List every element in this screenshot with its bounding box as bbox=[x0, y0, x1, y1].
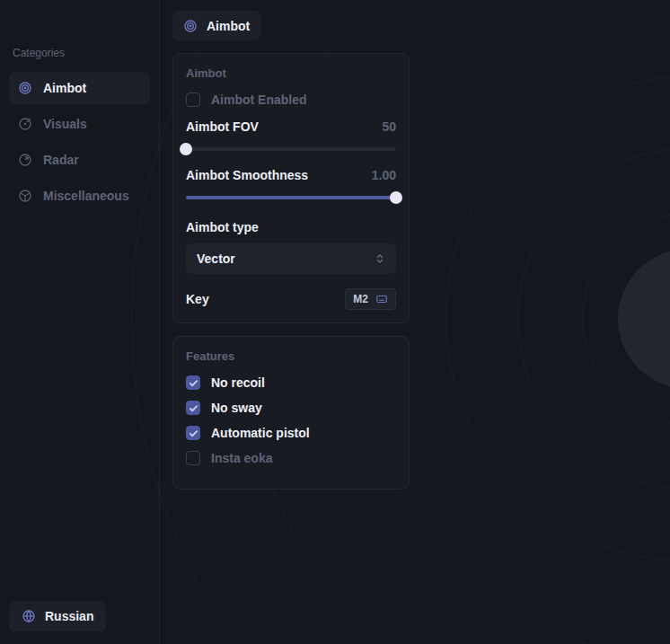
eye-icon bbox=[18, 117, 32, 131]
panel-title: Aimbot bbox=[186, 66, 396, 80]
key-label: Key bbox=[186, 292, 209, 306]
slider-track bbox=[186, 147, 396, 151]
aimbot-type-select[interactable]: Vector bbox=[186, 243, 396, 274]
key-binding-badge[interactable]: M2 bbox=[345, 288, 396, 310]
checkbox-icon bbox=[186, 451, 200, 465]
slider-fill bbox=[186, 196, 396, 199]
feature-checkbox-insta-eoka[interactable]: Insta eoka bbox=[186, 451, 396, 465]
keyboard-icon bbox=[375, 293, 388, 305]
sidebar-item-radar[interactable]: Radar bbox=[9, 144, 150, 176]
target-icon bbox=[18, 81, 32, 95]
smoothness-label: Aimbot Smoothness bbox=[186, 168, 308, 182]
features-panel: Features No recoil No sway Automatic pis… bbox=[172, 336, 410, 490]
smoothness-slider[interactable] bbox=[186, 191, 396, 204]
smoothness-value: 1.00 bbox=[372, 168, 396, 182]
key-binding-value: M2 bbox=[353, 293, 368, 305]
chevron-up-down-icon bbox=[375, 253, 385, 264]
fov-value: 50 bbox=[382, 119, 396, 134]
misc-icon bbox=[18, 189, 32, 203]
globe-icon bbox=[22, 609, 36, 623]
checkbox-label: Aimbot Enabled bbox=[211, 93, 307, 107]
checkbox-label: No recoil bbox=[211, 375, 265, 390]
sidebar: Categories Aimbot Visuals Radar bbox=[0, 0, 160, 644]
feature-checkbox-no-recoil[interactable]: No recoil bbox=[186, 375, 396, 390]
language-button-label: Russian bbox=[45, 609, 93, 623]
feature-checkbox-automatic-pistol[interactable]: Automatic pistol bbox=[186, 426, 396, 440]
fov-label: Aimbot FOV bbox=[186, 119, 259, 134]
sidebar-item-label: Radar bbox=[43, 153, 79, 167]
panel-title: Features bbox=[186, 349, 396, 363]
checkbox-label: No sway bbox=[211, 401, 262, 415]
sidebar-item-label: Aimbot bbox=[43, 81, 86, 95]
aimbot-type-label: Aimbot type bbox=[186, 220, 259, 234]
slider-thumb[interactable] bbox=[390, 191, 402, 204]
language-button[interactable]: Russian bbox=[9, 601, 106, 631]
main-content: Aimbot Aimbot Aimbot Enabled Aimbot FOV … bbox=[172, 0, 410, 490]
radar-icon bbox=[18, 153, 32, 167]
checkbox-icon bbox=[186, 426, 200, 440]
sidebar-item-miscellaneous[interactable]: Miscellaneous bbox=[9, 180, 150, 212]
aimbot-enabled-checkbox[interactable]: Aimbot Enabled bbox=[186, 93, 396, 107]
checkbox-label: Automatic pistol bbox=[211, 426, 310, 440]
checkbox-icon bbox=[186, 375, 200, 390]
target-icon bbox=[183, 19, 198, 33]
active-category-chip: Aimbot bbox=[172, 11, 260, 40]
checkbox-label: Insta eoka bbox=[211, 451, 272, 465]
categories-label: Categories bbox=[9, 47, 150, 59]
feature-checkbox-no-sway[interactable]: No sway bbox=[186, 401, 396, 415]
slider-thumb[interactable] bbox=[180, 143, 192, 155]
checkbox-icon bbox=[186, 401, 200, 415]
active-category-label: Aimbot bbox=[207, 19, 250, 33]
selected-option: Vector bbox=[197, 251, 235, 266]
aimbot-panel: Aimbot Aimbot Enabled Aimbot FOV 50 Aimb… bbox=[172, 53, 410, 323]
sidebar-item-aimbot[interactable]: Aimbot bbox=[9, 72, 150, 104]
sidebar-item-visuals[interactable]: Visuals bbox=[9, 108, 150, 140]
fov-slider[interactable] bbox=[186, 143, 396, 155]
sidebar-item-label: Visuals bbox=[43, 117, 87, 131]
sidebar-item-label: Miscellaneous bbox=[43, 189, 129, 203]
checkbox-icon bbox=[186, 93, 200, 107]
